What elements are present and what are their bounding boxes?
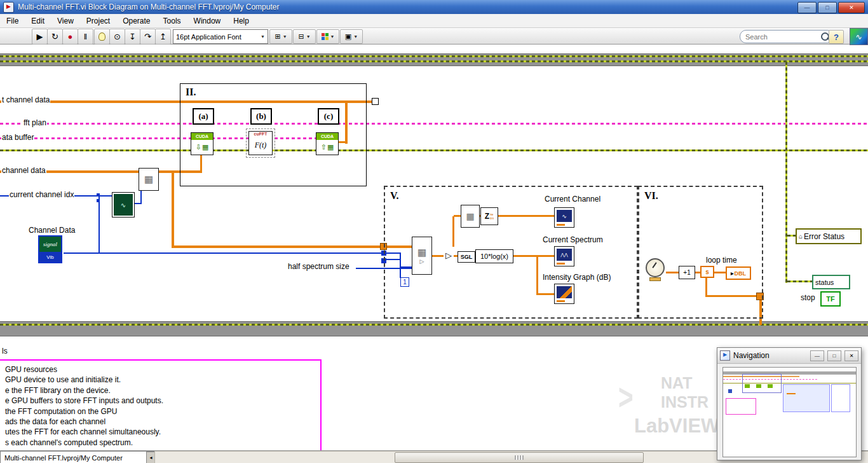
menu-operate[interactable]: Operate <box>116 15 156 27</box>
unbundle-node[interactable]: ▦ <box>139 168 159 191</box>
download-icon: ⇩ <box>196 143 201 151</box>
search-input[interactable] <box>744 32 818 41</box>
index-array-node-2[interactable]: ▦ ▷ <box>412 237 432 275</box>
run-continuous-button[interactable]: ↻ <box>47 29 63 45</box>
navigation-thumbnail[interactable] <box>722 367 857 457</box>
menu-edit[interactable]: Edit <box>25 15 51 27</box>
label-a: (a) <box>193 108 214 125</box>
mini-node <box>728 389 732 393</box>
intensity-graph-icon <box>557 286 572 298</box>
close-button[interactable]: ✕ <box>838 2 865 13</box>
mini-comment <box>726 398 756 415</box>
wire-error-vertical <box>785 62 787 283</box>
font-selector[interactable]: 16pt Application Font ▼ <box>173 29 268 44</box>
label-data-buffer: ata buffer <box>1 133 34 142</box>
current-spectrum-label: Current Spectrum <box>542 235 604 244</box>
cuda-header: CUDA <box>191 133 213 140</box>
menu-project[interactable]: Project <box>80 15 116 27</box>
current-spectrum-chart-terminal[interactable]: ⋀⋀ <box>554 246 574 266</box>
cuda-upload-node[interactable]: CUDA ⇩▦ <box>191 132 214 155</box>
step-into-button[interactable]: ↧ <box>125 29 140 45</box>
wire-error-mid <box>0 149 868 151</box>
house-icon: ⌂ <box>799 233 803 240</box>
step-over-button[interactable]: ↷ <box>140 29 156 45</box>
minimize-button[interactable]: — <box>797 2 817 13</box>
wait-timer-node[interactable] <box>646 258 667 282</box>
cufft-header: cuFFT <box>249 132 272 136</box>
labview-logo-icon: ∿ <box>850 28 868 45</box>
convert-node[interactable]: ▷ <box>444 250 454 260</box>
navigation-minimize-button[interactable]: — <box>810 350 824 361</box>
menu-file[interactable]: File <box>0 15 25 27</box>
index-array-node[interactable]: ▦ <box>461 205 480 228</box>
resize-icon <box>322 33 329 40</box>
grid-icon: ▦ <box>202 143 208 151</box>
frame-II-label: II. <box>186 86 196 98</box>
wire <box>140 190 142 204</box>
comment-line: e GPU buffers to store FFT inputs and ou… <box>5 396 314 406</box>
seconds-node[interactable]: s <box>700 266 714 278</box>
status-indicator[interactable]: status <box>812 275 850 289</box>
comment-line: GPU resources <box>5 364 314 375</box>
channel-data-vi-label: Channel Data <box>28 226 76 235</box>
waveform-buffer-node[interactable]: ∿ <box>112 192 135 218</box>
grid-icon: ▦ <box>417 247 426 258</box>
run-button[interactable]: ▶ <box>32 29 48 45</box>
menu-bar: File Edit View Project Operate Tools Win… <box>0 14 868 28</box>
cufft-node[interactable]: cuFFT F(t) <box>248 131 273 155</box>
mini-node <box>745 384 750 388</box>
label-current-channel-idx: current channel idx <box>9 190 74 199</box>
timer-base <box>649 277 661 281</box>
label-fft-plan: fft plan <box>23 118 47 127</box>
menu-window[interactable]: Window <box>187 15 227 27</box>
current-channel-chart-terminal[interactable]: ∿ <box>554 207 574 228</box>
wire <box>172 170 174 247</box>
error-status-text: Error Status <box>804 232 844 241</box>
navigation-restore-button[interactable]: □ <box>827 350 841 361</box>
menu-help[interactable]: Help <box>227 15 255 27</box>
frame-VI[interactable] <box>638 186 763 319</box>
step-out-button[interactable]: ↥ <box>155 29 171 45</box>
menu-view[interactable]: View <box>51 15 80 27</box>
abort-button[interactable]: ● <box>62 29 78 45</box>
highlight-execution-button[interactable] <box>94 29 110 45</box>
resize-objects-button[interactable]: ▼ <box>316 29 339 44</box>
distribute-objects-button[interactable]: ⊟ ▼ <box>293 29 316 44</box>
watermark-line1: NAT <box>661 374 693 392</box>
complex-to-reim-node[interactable]: Z re im <box>480 207 498 225</box>
navigation-title: Navigation <box>733 351 807 360</box>
waveform-icon: ∿ <box>114 194 133 216</box>
label-c: (c) <box>318 108 339 125</box>
navigation-close-button[interactable]: ✕ <box>844 350 858 361</box>
tunnel[interactable] <box>372 98 379 105</box>
menu-tools[interactable]: Tools <box>157 15 187 27</box>
cuda-download-node[interactable]: CUDA ⇧▦ <box>316 132 339 155</box>
wire-junction <box>97 193 100 197</box>
retain-wire-values-button[interactable]: ⊙ <box>109 29 125 45</box>
navigation-title-bar[interactable]: ▶ Navigation — □ ✕ <box>717 348 861 364</box>
intensity-graph-terminal[interactable] <box>554 284 574 304</box>
stop-boolean-terminal[interactable]: TF <box>820 291 841 307</box>
vi-tab[interactable]: Multi-channel FFT.lvproj/My Computer <box>0 451 155 463</box>
cuda-header: CUDA <box>316 133 338 140</box>
loop-time-indicator[interactable]: ▶ DBL <box>726 266 751 280</box>
increment-node[interactable]: +1 <box>679 266 695 279</box>
expression-node[interactable]: 10*log(x) <box>475 249 513 263</box>
comment-line: utes the FFT for each channel simultaneo… <box>5 427 314 437</box>
sgl-coercion-node[interactable]: SGL <box>458 251 475 263</box>
im-glyph: im <box>490 216 494 220</box>
constant-one[interactable]: 1 <box>400 277 409 287</box>
error-status-indicator[interactable]: ⌂ Error Status <box>796 228 862 244</box>
restore-button[interactable]: □ <box>818 2 837 13</box>
pause-button[interactable]: ‖ <box>78 29 93 45</box>
channel-data-vi[interactable]: signal Vib <box>38 235 62 263</box>
navigation-window[interactable]: ▶ Navigation — □ ✕ <box>717 347 862 460</box>
reorder-button[interactable]: ▣ ▼ <box>340 29 363 44</box>
search-box[interactable] <box>740 30 834 43</box>
wire-error-branch1 <box>787 235 796 237</box>
align-objects-button[interactable]: ⊞ ▼ <box>269 29 292 44</box>
watermark-line2: INSTR <box>661 393 709 411</box>
comment-box[interactable]: GPU resources GPU device to use and init… <box>0 359 322 461</box>
help-button[interactable]: ? <box>829 30 844 44</box>
horizontal-scroll-thumb[interactable] <box>395 452 644 463</box>
